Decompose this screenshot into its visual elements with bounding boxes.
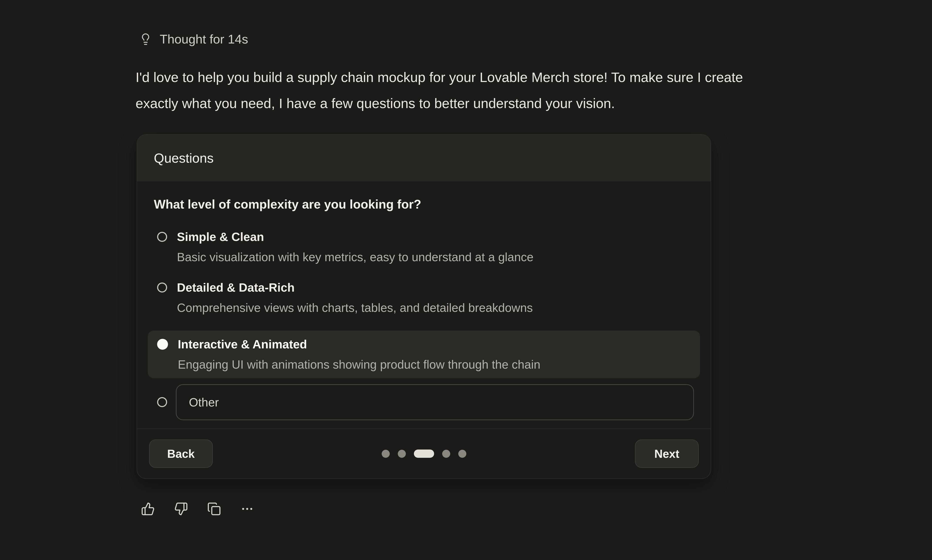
option-text: Simple & Clean Basic visualization with … <box>177 229 533 265</box>
copy-button[interactable] <box>207 502 221 516</box>
assistant-message: I'd love to help you build a supply chai… <box>136 64 853 116</box>
option-label: Interactive & Animated <box>178 337 540 352</box>
thumbs-down-icon <box>174 502 188 516</box>
option-label: Detailed & Data-Rich <box>177 280 533 295</box>
option-label: Simple & Clean <box>177 229 533 245</box>
chat-page: Thought for 14s I'd love to help you bui… <box>0 0 932 560</box>
card-title: Questions <box>154 151 214 166</box>
radio-icon[interactable] <box>157 283 167 292</box>
message-action-bar <box>141 502 254 516</box>
radio-option-simple-clean[interactable]: Simple & Clean Basic visualization with … <box>154 229 694 265</box>
option-description: Comprehensive views with charts, tables,… <box>177 300 533 315</box>
card-body: What level of complexity are you looking… <box>137 182 711 428</box>
message-line: exactly what you need, I have a few ques… <box>136 90 853 116</box>
radio-icon-selected[interactable] <box>157 339 168 350</box>
more-options-button[interactable] <box>240 502 254 516</box>
pagination-dot <box>382 450 390 458</box>
pagination-dot <box>442 450 450 458</box>
next-button[interactable]: Next <box>635 440 699 468</box>
pagination-dots <box>382 449 466 458</box>
pagination-dot <box>458 450 466 458</box>
option-description: Engaging UI with animations showing prod… <box>178 357 540 372</box>
radio-option-other[interactable] <box>154 384 694 420</box>
copy-icon <box>207 502 221 516</box>
pagination-dot-active <box>414 449 434 458</box>
thought-toggle[interactable]: Thought for 14s <box>139 31 248 48</box>
question-text: What level of complexity are you looking… <box>154 197 694 212</box>
radio-option-interactive-animated[interactable]: Interactive & Animated Engaging UI with … <box>148 331 700 378</box>
radio-option-detailed-data-rich[interactable]: Detailed & Data-Rich Comprehensive views… <box>154 280 694 315</box>
pagination-dot <box>398 450 406 458</box>
questions-card: Questions What level of complexity are y… <box>137 134 711 479</box>
radio-icon[interactable] <box>157 397 167 407</box>
ellipsis-icon <box>240 502 254 516</box>
lightbulb-icon <box>139 33 152 45</box>
option-text: Interactive & Animated Engaging UI with … <box>178 337 540 372</box>
back-button[interactable]: Back <box>149 440 213 468</box>
card-footer: Back Next <box>137 428 711 478</box>
thumbs-up-icon <box>141 502 155 516</box>
thought-label: Thought for 14s <box>160 31 248 48</box>
message-line: I'd love to help you build a supply chai… <box>136 64 853 90</box>
thumbs-down-button[interactable] <box>174 502 188 516</box>
option-text: Detailed & Data-Rich Comprehensive views… <box>177 280 533 315</box>
radio-icon[interactable] <box>157 232 167 242</box>
other-input[interactable] <box>176 384 694 420</box>
thumbs-up-button[interactable] <box>141 502 155 516</box>
option-description: Basic visualization with key metrics, ea… <box>177 249 533 265</box>
card-header: Questions <box>137 135 711 182</box>
